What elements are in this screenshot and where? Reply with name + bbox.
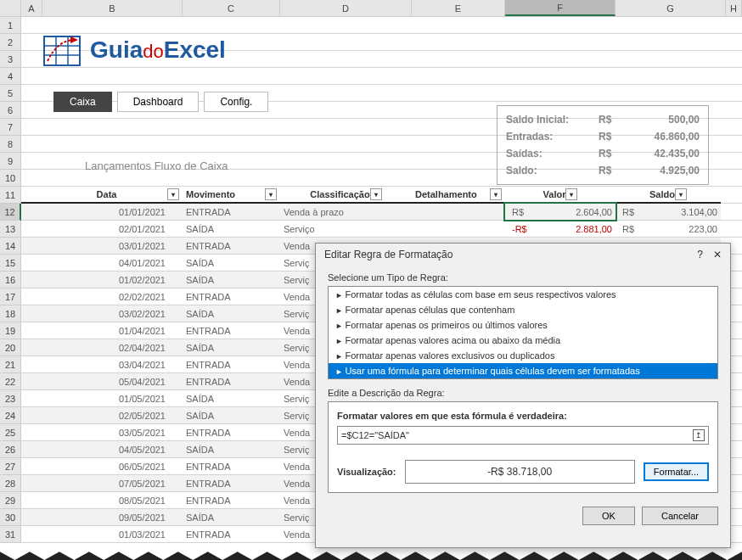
cell[interactable] <box>21 305 42 322</box>
rule-type-item[interactable]: Formatar apenas os primeiros ou últimos … <box>329 317 717 333</box>
ok-button[interactable]: OK <box>582 507 635 525</box>
nav-caixa[interactable]: Caixa <box>53 92 112 112</box>
header-det[interactable]: Detalhamento▾ <box>412 187 505 202</box>
cell[interactable]: ENTRADA <box>183 288 280 305</box>
row-header-31[interactable]: 31 <box>0 526 21 543</box>
cell[interactable] <box>21 339 42 356</box>
row-header-2[interactable]: 2 <box>0 34 21 51</box>
row-header-13[interactable]: 13 <box>0 221 21 238</box>
cell[interactable]: 02/05/2021 <box>42 407 183 423</box>
rule-type-item[interactable]: Formatar apenas células que contenham <box>329 302 717 317</box>
close-icon[interactable]: ✕ <box>713 249 722 260</box>
filter-icon[interactable]: ▾ <box>370 188 382 200</box>
row-header-30[interactable]: 30 <box>0 509 21 526</box>
row-header-10[interactable]: 10 <box>0 170 21 187</box>
cell[interactable]: R$2.604,00 <box>505 204 616 220</box>
row-header-19[interactable]: 19 <box>0 322 21 339</box>
cell[interactable] <box>21 322 42 339</box>
cell[interactable]: SAÍDA <box>183 407 280 423</box>
cell[interactable]: 03/05/2021 <box>42 424 183 440</box>
cell[interactable]: SAÍDA <box>183 441 280 457</box>
cell[interactable]: R$223,00 <box>616 221 721 237</box>
row-header-24[interactable]: 24 <box>0 407 21 424</box>
cell[interactable]: SAÍDA <box>183 339 280 356</box>
cell[interactable]: 02/04/2021 <box>42 339 183 356</box>
cell[interactable]: ENTRADA <box>183 322 280 339</box>
rule-type-list[interactable]: Formatar todas as células com base em se… <box>328 286 718 379</box>
cell[interactable] <box>21 356 42 372</box>
cell[interactable] <box>21 373 42 389</box>
cell[interactable]: 05/04/2021 <box>42 373 183 389</box>
row-header-18[interactable]: 18 <box>0 305 21 322</box>
cell[interactable]: ENTRADA <box>183 356 280 372</box>
cell[interactable]: 02/01/2021 <box>42 221 183 237</box>
cell[interactable]: 06/05/2021 <box>42 458 183 474</box>
cell[interactable]: R$3.104,00 <box>616 204 721 220</box>
cell[interactable]: ENTRADA <box>183 424 280 440</box>
col-header-D[interactable]: D <box>280 0 412 16</box>
cell[interactable]: 03/04/2021 <box>42 356 183 372</box>
header-data[interactable]: Data▾ <box>42 187 183 202</box>
cell[interactable]: SAÍDA <box>183 305 280 322</box>
rule-type-item[interactable]: Formatar todas as células com base em se… <box>329 287 717 302</box>
cell[interactable]: ENTRADA <box>183 238 280 254</box>
row-header-17[interactable]: 17 <box>0 288 21 305</box>
row-header-7[interactable]: 7 <box>0 119 21 136</box>
format-button[interactable]: Formatar... <box>644 462 709 481</box>
col-header-C[interactable]: C <box>183 0 280 16</box>
help-icon[interactable]: ? <box>697 249 703 260</box>
header-mov[interactable]: Movimento▾ <box>183 187 280 202</box>
cell[interactable] <box>21 255 42 271</box>
row-header-29[interactable]: 29 <box>0 492 21 509</box>
cell[interactable]: -R$2.881,00 <box>505 221 616 237</box>
nav-config[interactable]: Config. <box>204 92 268 112</box>
cell[interactable]: 01/05/2021 <box>42 390 183 406</box>
col-header-H[interactable]: H <box>726 0 742 16</box>
cell[interactable] <box>21 509 42 525</box>
cell[interactable]: ENTRADA <box>183 475 280 491</box>
row-header-22[interactable]: 22 <box>0 373 21 390</box>
row-header-20[interactable]: 20 <box>0 339 21 356</box>
cell[interactable]: 08/05/2021 <box>42 492 183 508</box>
cell[interactable] <box>412 204 505 220</box>
cell[interactable] <box>21 458 42 474</box>
row-header-6[interactable]: 6 <box>0 102 21 119</box>
col-header-G[interactable]: G <box>616 0 726 16</box>
cell[interactable]: 09/05/2021 <box>42 509 183 525</box>
header-val[interactable]: Valor▾ <box>505 187 616 202</box>
cell[interactable] <box>21 288 42 305</box>
row-header-9[interactable]: 9 <box>0 153 21 170</box>
row-header-3[interactable]: 3 <box>0 51 21 68</box>
range-picker-icon[interactable]: ↥ <box>693 429 705 441</box>
cell[interactable] <box>21 526 42 542</box>
cell[interactable]: 01/02/2021 <box>42 272 183 288</box>
col-header-E[interactable]: E <box>412 0 505 16</box>
nav-dashboard[interactable]: Dashboard <box>117 92 200 112</box>
formula-input[interactable]: =$C12="SAÍDA" <box>341 430 409 440</box>
cell[interactable]: ENTRADA <box>183 526 280 542</box>
col-header-B[interactable]: B <box>42 0 183 16</box>
row-header-25[interactable]: 25 <box>0 424 21 441</box>
cell[interactable]: ENTRADA <box>183 492 280 508</box>
cell[interactable] <box>21 221 42 237</box>
cell[interactable]: SAÍDA <box>183 272 280 288</box>
cell[interactable]: 07/05/2021 <box>42 475 183 491</box>
row-header-8[interactable]: 8 <box>0 136 21 153</box>
cell[interactable] <box>21 390 42 406</box>
row-header-1[interactable]: 1 <box>0 17 21 34</box>
filter-icon[interactable]: ▾ <box>565 188 577 200</box>
cell[interactable]: ENTRADA <box>183 458 280 474</box>
row-header-11[interactable]: 11 <box>0 187 21 204</box>
header-saldo[interactable]: Saldo▾ <box>616 187 721 202</box>
cell[interactable]: SAÍDA <box>183 221 280 237</box>
cell[interactable]: 01/03/2021 <box>42 526 183 542</box>
filter-icon[interactable]: ▾ <box>167 188 179 200</box>
cell[interactable]: ENTRADA <box>183 373 280 389</box>
select-all[interactable] <box>0 0 21 16</box>
row-header-5[interactable]: 5 <box>0 85 21 102</box>
cell[interactable]: 02/02/2021 <box>42 288 183 305</box>
row-header-4[interactable]: 4 <box>0 68 21 85</box>
cell[interactable]: 04/01/2021 <box>42 255 183 271</box>
cell[interactable]: 01/04/2021 <box>42 322 183 339</box>
cell[interactable]: SAÍDA <box>183 255 280 271</box>
